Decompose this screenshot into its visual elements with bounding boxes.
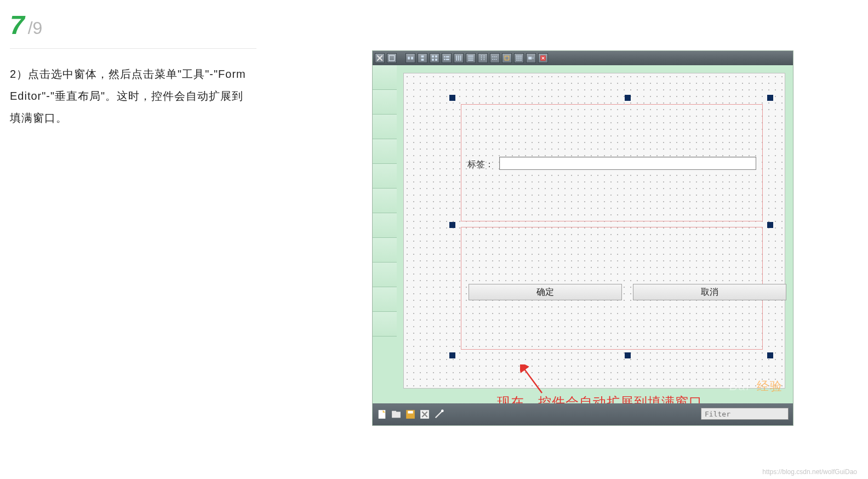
list-item[interactable] [373,238,397,263]
layout-form-icon[interactable] [442,53,452,63]
svg-rect-4 [421,59,424,61]
svg-point-15 [518,55,519,56]
list-item[interactable] [373,90,397,115]
svg-rect-2 [411,57,413,60]
form-text-input[interactable] [499,157,756,170]
page-total-number: /9 [28,18,43,38]
svg-point-32 [441,409,444,412]
watermark-brand: Bai 经验 [729,378,783,395]
divider [10,48,256,49]
list-item[interactable] [373,263,397,287]
page-counter: 7 /9 [10,10,42,40]
selection-handle[interactable] [450,353,455,358]
svg-rect-6 [435,55,437,58]
svg-rect-23 [528,57,532,60]
watermark-brand-b: 经验 [757,379,783,393]
svg-rect-9 [444,56,445,57]
list-item[interactable] [373,312,397,337]
watermark-brand-a: Bai [729,379,750,393]
selection-handle[interactable] [768,223,773,227]
preview-icon[interactable] [538,53,548,63]
svg-point-18 [518,58,519,59]
svg-rect-13 [505,56,509,60]
svg-point-16 [520,55,521,56]
qt-designer-screenshot: 标签： 确定 取消 现在，控件会自动扩展到填满窗口 [372,50,793,426]
svg-rect-0 [389,55,395,61]
svg-rect-11 [444,59,445,60]
layout-grid-icon[interactable] [430,53,439,63]
designer-bottom-toolbar [373,403,793,425]
columns-icon[interactable] [454,53,464,63]
svg-point-19 [520,58,521,59]
adjust-size-icon[interactable] [526,53,536,63]
annotation-arrow-icon [520,364,544,395]
cancel-button[interactable]: 取消 [633,284,786,300]
svg-point-14 [516,55,517,56]
svg-line-25 [523,368,542,393]
svg-rect-3 [421,55,424,58]
svg-rect-30 [408,411,413,414]
save-file-icon[interactable] [404,408,416,420]
layout-vertical-icon[interactable] [418,53,427,63]
list-item[interactable] [373,189,397,213]
page-current-number: 7 [10,10,25,40]
splitter-h-icon[interactable] [478,53,488,63]
widget-icon[interactable] [387,53,397,63]
splitter-v-icon[interactable] [490,53,500,63]
svg-rect-7 [432,59,434,61]
ok-button[interactable]: 确定 [469,284,622,300]
ok-button-label: 确定 [536,287,554,298]
form-canvas[interactable]: 标签： 确定 取消 现在，控件会自动扩展到填满窗口 [403,73,785,389]
list-item[interactable] [373,164,397,189]
selection-handle[interactable] [625,353,630,358]
list-item[interactable] [373,115,397,139]
svg-rect-27 [392,412,401,418]
list-item[interactable] [373,287,397,312]
filter-input[interactable] [701,408,789,420]
selection-handle[interactable] [450,223,455,227]
open-file-icon[interactable] [390,408,402,420]
list-item[interactable] [373,65,397,90]
form-label: 标签： [467,159,494,170]
svg-point-21 [518,59,519,60]
object-inspector-strip [373,65,397,403]
wand-icon[interactable] [433,408,445,420]
svg-rect-10 [446,56,449,57]
svg-rect-12 [446,59,449,60]
svg-point-17 [516,58,517,59]
svg-point-20 [516,59,517,60]
selection-handle[interactable] [768,353,773,358]
svg-point-22 [520,59,521,60]
svg-rect-5 [432,55,434,58]
close-icon[interactable] [375,53,385,63]
grid-dense-icon[interactable] [514,53,524,63]
layout-horizontal-icon[interactable] [406,53,415,63]
svg-rect-1 [408,57,410,60]
svg-rect-28 [392,411,396,413]
selection-handle[interactable] [768,95,773,100]
svg-rect-8 [435,59,437,61]
cancel-button-label: 取消 [701,287,718,298]
list-item[interactable] [373,139,397,164]
instruction-text: 2）点击选中窗体，然后点击菜单"工具"-"Form Editor"-"垂直布局"… [10,63,251,129]
svg-rect-26 [379,410,386,419]
selection-handle[interactable] [625,95,630,100]
designer-top-toolbar [373,51,793,65]
new-file-icon[interactable] [376,408,388,420]
delete-icon[interactable] [419,408,431,420]
rows-icon[interactable] [466,53,476,63]
break-layout-icon[interactable] [502,53,512,63]
selection-handle[interactable] [450,95,455,100]
list-item[interactable] [373,213,397,238]
watermark-url: https://blog.csdn.net/wolfGuiDao [762,468,857,476]
